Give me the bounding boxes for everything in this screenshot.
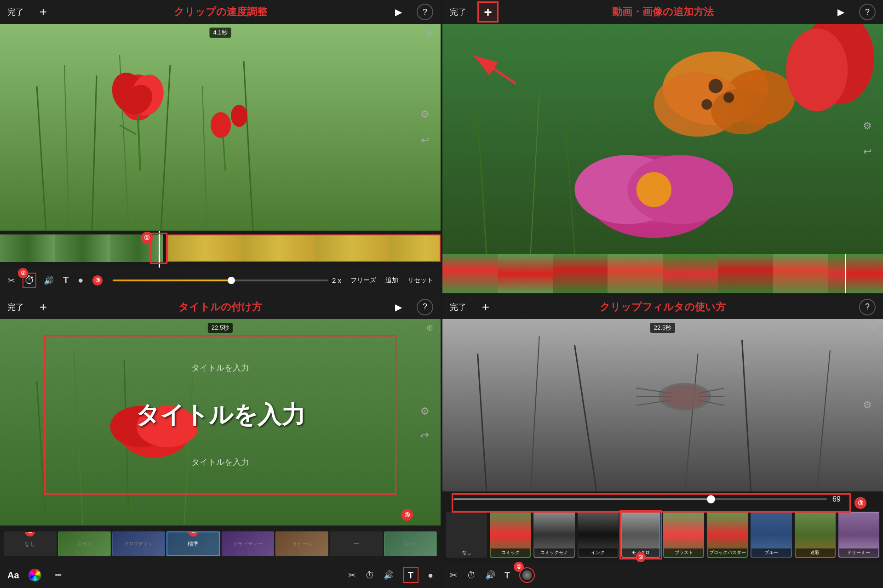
aa-button[interactable]: Aa	[7, 570, 19, 581]
filter-slider-thumb[interactable]	[707, 495, 715, 503]
filter-comic[interactable]: コミック	[490, 512, 531, 558]
scissors-icon-bl[interactable]: ✂	[348, 570, 356, 581]
gear-icon-bl[interactable]: ⚙	[417, 403, 433, 420]
kanryo-button-tl[interactable]: 完了	[7, 6, 24, 17]
kanryo-button-tr[interactable]: 完了	[450, 6, 466, 17]
filter-dreamy[interactable]: ドリーミー	[838, 512, 879, 558]
filter-comic-mono-label: コミックモノ	[534, 548, 573, 557]
kanryo-button-bl[interactable]: 完了	[7, 302, 24, 313]
thumb-7-tr[interactable]	[773, 254, 828, 293]
filter-blue-label: ブルー	[751, 548, 791, 557]
filter-comic-mono[interactable]: コミックモノ	[533, 512, 574, 558]
filter-ink[interactable]: インク	[578, 512, 619, 558]
filter-blue[interactable]: ブルー	[751, 512, 791, 558]
title-overlay-bl[interactable]: タイトルを入力 タイトルを入力 タイトルを入力	[44, 335, 396, 494]
freeze-btn[interactable]: フリーズ	[350, 276, 376, 285]
filter-camo-label: 迷彩	[796, 548, 835, 557]
circle-icon-bl[interactable]: ●	[428, 570, 433, 581]
filter-none[interactable]: なし	[446, 512, 487, 558]
kanryo-button-br[interactable]: 完了	[450, 302, 466, 313]
question-button-br[interactable]: ?	[859, 299, 876, 315]
zoom-icon-bl[interactable]: ⊕	[426, 323, 433, 333]
trans-none-label: なし	[24, 541, 35, 547]
more-button[interactable]: •••	[51, 568, 65, 582]
thumb-6-tr[interactable]	[718, 254, 773, 293]
text-icon-tl[interactable]: T	[63, 275, 69, 285]
play-button-tr[interactable]: ▶	[833, 5, 848, 19]
question-button-bl[interactable]: ?	[417, 299, 433, 315]
undo-icon-bl[interactable]: ↩	[421, 429, 429, 441]
gear-icon-tr[interactable]: ⚙	[859, 118, 876, 134]
video-preview-bl: タイトルを入力 タイトルを入力 タイトルを入力 22.5秒 ⊕ ⚙ ↩ ③	[0, 319, 441, 526]
text-icon-wrapper-bl: T	[403, 567, 419, 583]
filter-camo[interactable]: 迷彩	[795, 512, 836, 558]
filter-blast-label: ブラスト	[664, 548, 703, 557]
speed-track[interactable]	[113, 280, 328, 281]
plus-button-tl[interactable]: +	[35, 4, 52, 20]
thumb-5-tr[interactable]	[663, 254, 718, 293]
play-button-bl[interactable]: ▶	[391, 300, 406, 314]
timeline-green-tl[interactable]	[0, 234, 163, 262]
add-btn[interactable]: 追加	[385, 276, 398, 285]
circle-icon-tl[interactable]: ●	[78, 275, 83, 285]
thumb-2-tr[interactable]	[498, 254, 553, 293]
text-icon-bl[interactable]: T	[403, 567, 419, 583]
thumb-3-tr[interactable]	[553, 254, 608, 293]
badge-2-tl: ②	[18, 268, 28, 278]
plus-button-tr[interactable]: +	[477, 1, 499, 23]
trans-chroma[interactable]: クロマディッ	[112, 531, 165, 556]
timeline-area-tl: ①	[0, 231, 441, 268]
undo-icon-tr[interactable]: ↩	[859, 143, 876, 160]
play-button-tl[interactable]: ▶	[391, 5, 406, 19]
timeline-yellow-tl[interactable]	[167, 234, 441, 262]
panel-title-bl: タイトルの付け方	[178, 300, 262, 314]
svg-point-15	[231, 105, 247, 127]
thumb-4-tr[interactable]	[608, 254, 663, 293]
question-button-tl[interactable]: ?	[417, 4, 433, 20]
trans-reeheal[interactable]: リヒール	[275, 531, 328, 556]
plus-button-bl[interactable]: +	[35, 299, 52, 315]
clock-icon-br[interactable]: ⏱	[467, 570, 476, 581]
thumb-1-tr[interactable]	[442, 254, 498, 293]
reset-btn[interactable]: リセット	[407, 276, 433, 285]
volume-icon-br[interactable]: 🔊	[485, 570, 495, 580]
question-button-tr[interactable]: ?	[859, 4, 876, 20]
filter-blast[interactable]: ブラスト	[663, 512, 704, 558]
gear-icon-tl[interactable]: ⚙	[417, 106, 433, 123]
trans-slide[interactable]: スライ	[58, 531, 111, 556]
filter-mono[interactable]: モノクロ	[621, 512, 660, 558]
trans-gravity[interactable]: グラビティー	[222, 531, 275, 556]
zoom-icon-tl[interactable]: ⊕	[426, 28, 433, 38]
playhead-tr	[845, 254, 846, 293]
side-icons-tl: ⚙ ↩	[417, 106, 433, 148]
color-picker[interactable]	[29, 569, 41, 582]
badge-3-bl: ③	[401, 509, 413, 521]
scissors-icon-tl[interactable]: ✂	[7, 275, 15, 286]
svg-point-27	[723, 92, 734, 103]
clock-icon-bl[interactable]: ⏱	[365, 570, 374, 581]
undo-icon-tl[interactable]: ↩	[417, 132, 433, 148]
panel-top-left: 完了 + クリップの速度調整 ▶ ?	[0, 0, 441, 293]
scissors-icon-br[interactable]: ✂	[450, 570, 458, 581]
speed-thumb[interactable]	[228, 277, 235, 284]
trans-none[interactable]: ① なし	[4, 531, 57, 556]
volume-icon-bl[interactable]: 🔊	[384, 570, 394, 580]
zoom-icon-br[interactable]: ⊕	[869, 323, 876, 333]
trans-dash[interactable]: ー	[330, 531, 383, 556]
filter-slider-track[interactable]	[453, 498, 827, 500]
trans-span-label: スバン	[403, 541, 418, 548]
gear-icon-br[interactable]: ⚙	[859, 397, 876, 413]
top-bar-right-br: ?	[854, 299, 876, 315]
filter-ink-label: インク	[579, 548, 618, 557]
svg-point-25	[711, 88, 773, 134]
filter-slider-fill	[453, 498, 711, 500]
filter-blockbuster[interactable]: ブロックバスター	[707, 512, 748, 558]
trans-standard[interactable]: ② 標準	[166, 531, 220, 556]
trans-reeheal-label: リヒール	[292, 541, 312, 548]
badge-3-tl: ③	[92, 275, 103, 285]
plus-button-br[interactable]: +	[477, 299, 494, 315]
trans-span[interactable]: スバン	[384, 531, 437, 556]
text-icon-br[interactable]: T	[505, 570, 510, 581]
volume-icon-tl[interactable]: 🔊	[44, 275, 54, 285]
thumb-last-tr[interactable]	[847, 254, 883, 293]
